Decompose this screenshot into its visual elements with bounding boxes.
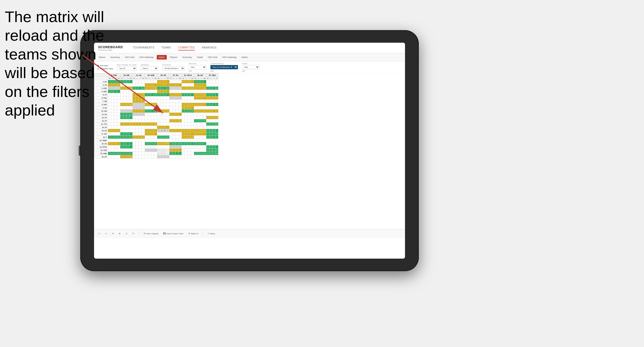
matrix-cell: 2: [136, 123, 139, 126]
watch-button[interactable]: 👁 Watch ▾: [187, 232, 200, 236]
matrix-cell: 4: [160, 109, 163, 113]
division-select[interactable]: NCAA Division I NCAA Division II: [162, 66, 185, 71]
col-uu: 54. UU: [194, 74, 206, 77]
matrix-cell: 1: [194, 142, 197, 145]
nav-tournaments[interactable]: TOURNAMENTS: [133, 45, 154, 50]
matrix-cell: [160, 106, 163, 109]
matrix-cell: [188, 96, 191, 100]
matrix-cell: 11: [142, 109, 145, 113]
zoom-fit-button[interactable]: ⊙: [124, 232, 129, 236]
matrix-cell: [136, 126, 139, 129]
matrix-cell: 2: [197, 109, 200, 113]
matrix-cell: [166, 139, 170, 142]
share-button[interactable]: ↗ Share: [206, 232, 217, 236]
tablet-frame: SCOREBOARD Powered by clippd TOURNAMENTS…: [80, 30, 419, 271]
sub-tab-matrix-players[interactable]: Matrix: [239, 55, 250, 60]
tablet-side-button: [79, 146, 80, 156]
matrix-cell: [108, 123, 111, 126]
sub-tab-h2h-heatmap-players[interactable]: H2H Heatmap: [220, 55, 238, 60]
sub-tab-h2h-grid-players[interactable]: H2H Grid: [206, 55, 219, 60]
matrix-cell: 3: [185, 87, 188, 90]
matrix-cell: [191, 113, 194, 116]
matrix-cell: 4: [173, 113, 176, 116]
matrix-cell: [176, 152, 179, 155]
nav-teams[interactable]: TEAMS: [162, 45, 171, 50]
zoom-in-button[interactable]: ⟳: [131, 232, 136, 236]
sub-tab-summary-players[interactable]: Summary: [180, 55, 194, 60]
matrix-cell: 83: [191, 87, 194, 90]
gender-select[interactable]: Men's Women's: [141, 66, 158, 71]
matrix-cell: [114, 149, 117, 152]
nav-committee[interactable]: COMMITTEE: [178, 45, 195, 50]
matrix-cell: [188, 152, 191, 155]
matrix-cell: [123, 109, 126, 113]
conference-select[interactable]: Pac-12 Conference ▼ (All): [210, 65, 238, 69]
matrix-cell: [129, 93, 133, 96]
matrix-cell: 0: [160, 87, 163, 90]
team-select[interactable]: (All): [242, 65, 260, 69]
matrix-cell: 1: [206, 136, 209, 139]
matrix-cell: 0: [176, 142, 179, 145]
redo-button[interactable]: ↪: [104, 232, 109, 236]
matrix-cell: 1: [108, 142, 111, 145]
matrix-cell: [129, 106, 133, 109]
matrix-cell: 1: [145, 142, 148, 145]
matrix-cell: 0: [142, 100, 145, 103]
toolbar-sep-1: [139, 232, 139, 236]
matrix-cell: [142, 139, 145, 142]
matrix-cell: [120, 90, 123, 93]
matrix-cell: [108, 119, 111, 123]
matrix-cell: 11: [142, 136, 145, 139]
matrix-cell: [154, 96, 157, 100]
save-custom-button[interactable]: 💾 Save Custom View: [162, 232, 185, 236]
matrix-cell: [209, 100, 212, 103]
sub-tab-detail[interactable]: Detail: [195, 55, 205, 60]
matrix-cell: [197, 139, 200, 142]
sub-tab-h2h-heatmap[interactable]: H2H Heatmap: [137, 55, 156, 60]
sub-tab-matrix[interactable]: Matrix: [157, 55, 167, 60]
matrix-cell: [179, 145, 182, 149]
col-ua11: 11. UA: [133, 74, 145, 77]
matrix-cell: [151, 152, 154, 155]
matrix-wrapper: 3. ASU 10. UW 11. UA 22. UCB 24. UO 27. …: [94, 73, 405, 229]
matrix-cell: [215, 142, 218, 145]
matrix-cell: 0: [114, 80, 117, 83]
matrix-cell: [142, 142, 145, 145]
matrix-cell: 32: [154, 109, 157, 113]
matrix-cell: 0: [194, 96, 197, 100]
matrix-cell: [123, 106, 126, 109]
sub-tab-players[interactable]: Players: [168, 55, 179, 60]
sub-tab-h2h-grid[interactable]: H2H Grid: [123, 55, 136, 60]
matrix-cell: [182, 96, 185, 100]
view-original-button[interactable]: 👁 View: Original: [142, 232, 160, 236]
matrix-cell: 7: [160, 83, 163, 87]
matrix-cell: 1: [173, 129, 176, 132]
division-label: Division: [162, 64, 185, 66]
matrix-cell: 2: [182, 109, 185, 113]
refresh-button[interactable]: ⟳: [111, 232, 115, 236]
matrix-cell: [170, 123, 173, 126]
region-sub: N/A: [189, 70, 206, 72]
matrix-cell: [188, 116, 191, 119]
matrix-cell: 3: [145, 109, 148, 113]
region-select[interactable]: N/A East West: [189, 65, 206, 69]
matrix-cell: [215, 93, 218, 96]
max-teams-select[interactable]: Top 25 Top 50 All: [117, 66, 136, 71]
nav-rankings[interactable]: RANKINGS: [202, 45, 217, 50]
matrix-cell: [151, 145, 154, 149]
matrix-cell: [136, 80, 139, 83]
matrix-cell: [166, 90, 170, 93]
matrix-cell: [151, 100, 154, 103]
undo-button[interactable]: ↩: [97, 232, 102, 236]
matrix-cell: [176, 126, 179, 129]
zoom-out-button[interactable]: ⊕: [117, 232, 122, 236]
matrix-cell: [154, 100, 157, 103]
matrix-cell: [154, 155, 157, 158]
matrix-cell: [148, 136, 151, 139]
matrix-cell: 0: [194, 132, 197, 136]
matrix-cell: 1: [215, 103, 218, 106]
matrix-cell: [126, 96, 129, 100]
matrix-cell: [203, 126, 206, 129]
matrix-cell: [133, 139, 136, 142]
matrix-cell: 1: [145, 123, 148, 126]
